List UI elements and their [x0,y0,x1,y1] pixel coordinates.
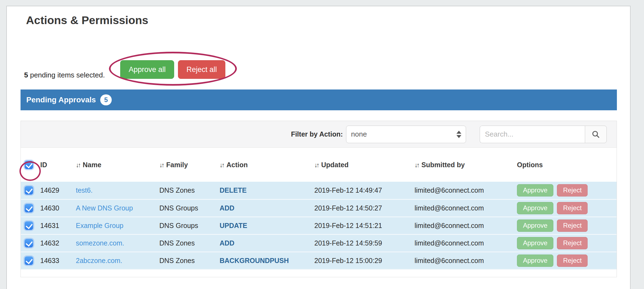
row-action-link[interactable]: ADD [220,204,234,212]
sort-icon[interactable]: ↓↑ [159,161,163,169]
pending-approvals-table: ID ↓↑Name ↓↑Family ↓↑Action ↓↑Updated ↓↑… [21,148,617,270]
row-id: 14632 [38,234,74,252]
approve-all-button[interactable]: Approve all [120,60,174,79]
row-submitted-by: limited@6connect.com [412,252,515,269]
sort-icon[interactable]: ↓↑ [415,161,419,169]
search-button[interactable] [585,126,607,143]
row-updated: 2019-Feb-12 14:51:21 [312,217,412,234]
row-checkbox[interactable] [25,221,33,230]
pending-count-badge: 5 [100,94,112,105]
row-submitted-by: limited@6connect.com [412,182,515,199]
pending-approvals-header: Pending Approvals 5 [21,89,617,110]
row-family: DNS Groups [158,199,218,217]
row-name-link[interactable]: Example Group [76,222,123,229]
row-submitted-by: limited@6connect.com [412,217,515,234]
row-reject-button[interactable]: Reject [557,184,588,196]
table-header-row: ID ↓↑Name ↓↑Family ↓↑Action ↓↑Updated ↓↑… [21,148,617,182]
row-action-link[interactable]: ADD [220,239,234,247]
action-filter-select[interactable]: none [346,126,466,143]
header-id: ID [38,148,74,182]
row-checkbox[interactable] [25,239,33,247]
row-id: 14631 [38,217,74,234]
row-action-link[interactable]: BACKGROUNDPUSH [220,257,289,264]
sort-icon[interactable]: ↓↑ [314,161,318,169]
row-reject-button[interactable]: Reject [557,255,588,267]
header-submitted-by[interactable]: ↓↑Submitted by [412,148,515,182]
row-checkbox[interactable] [25,186,33,195]
row-approve-button[interactable]: Approve [517,202,553,214]
header-select-all-cell [21,148,38,182]
row-action-link[interactable]: UPDATE [220,222,247,229]
sort-icon[interactable]: ↓↑ [76,161,80,169]
search-icon [591,130,600,139]
row-family: DNS Zones [158,182,218,199]
header-family[interactable]: ↓↑Family [158,148,218,182]
row-approve-button[interactable]: Approve [517,184,553,196]
pending-selected-text: 5 pending items selected. [24,71,105,79]
search-group [480,126,607,143]
row-submitted-by: limited@6connect.com [412,234,515,252]
row-name-link[interactable]: test6. [76,186,93,194]
row-updated: 2019-Feb-12 15:00:29 [312,252,412,269]
row-family: DNS Zones [158,234,218,252]
row-updated: 2019-Feb-12 14:49:47 [312,182,412,199]
table-row: 14632 somezone.com. DNS Zones ADD 2019-F… [21,234,617,252]
row-id: 14633 [38,252,74,269]
row-submitted-by: limited@6connect.com [412,199,515,217]
select-stepper-icon [456,131,461,138]
header-options: Options [515,148,617,182]
table-row: 14633 2abczone.com. DNS Zones BACKGROUND… [21,252,617,269]
row-name-link[interactable]: 2abczone.com. [76,257,122,264]
action-filter-selected-value: none [351,130,367,138]
search-input[interactable] [480,126,585,143]
row-family: DNS Zones [158,252,218,269]
pending-selected-count: 5 [24,71,28,79]
row-checkbox[interactable] [25,256,33,265]
table-row: 14630 A New DNS Group DNS Groups ADD 201… [21,199,617,217]
filter-by-action-label: Filter by Action: [291,130,343,138]
row-family: DNS Groups [158,217,218,234]
table-row: 14631 Example Group DNS Groups UPDATE 20… [21,217,617,234]
row-id: 14629 [38,182,74,199]
header-action[interactable]: ↓↑Action [218,148,312,182]
row-updated: 2019-Feb-12 14:50:27 [312,199,412,217]
pending-approvals-panel: Filter by Action: none [21,121,617,277]
page-title: Actions & Permissions [26,14,148,27]
header-name[interactable]: ↓↑Name [74,148,158,182]
row-action-link[interactable]: DELETE [220,186,247,194]
row-checkbox[interactable] [25,204,33,212]
header-updated[interactable]: ↓↑Updated [312,148,412,182]
reject-all-button[interactable]: Reject all [178,60,225,79]
row-reject-button[interactable]: Reject [557,202,588,214]
row-reject-button[interactable]: Reject [557,237,588,249]
filter-bar: Filter by Action: none [21,121,617,148]
table-row: 14629 test6. DNS Zones DELETE 2019-Feb-1… [21,182,617,199]
main-card: Actions & Permissions 5 pending items se… [6,6,631,289]
row-approve-button[interactable]: Approve [517,255,553,267]
row-updated: 2019-Feb-12 14:59:59 [312,234,412,252]
row-reject-button[interactable]: Reject [557,219,588,232]
pending-selected-label: pending items selected. [28,71,105,79]
row-id: 14630 [38,199,74,217]
row-name-link[interactable]: somezone.com. [76,239,124,247]
sort-icon[interactable]: ↓↑ [220,161,224,169]
row-approve-button[interactable]: Approve [517,219,553,232]
pending-approvals-title: Pending Approvals [26,96,96,104]
select-all-checkbox[interactable] [25,161,33,169]
row-approve-button[interactable]: Approve [517,237,553,249]
row-name-link[interactable]: A New DNS Group [76,204,133,212]
